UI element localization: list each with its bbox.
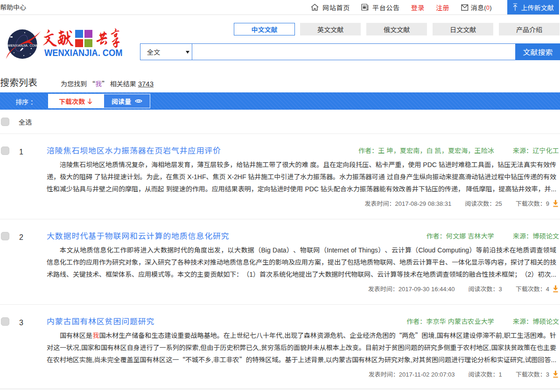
svg-text:WENXIANJIA. COM: WENXIANJIA. COM [7, 44, 37, 47]
